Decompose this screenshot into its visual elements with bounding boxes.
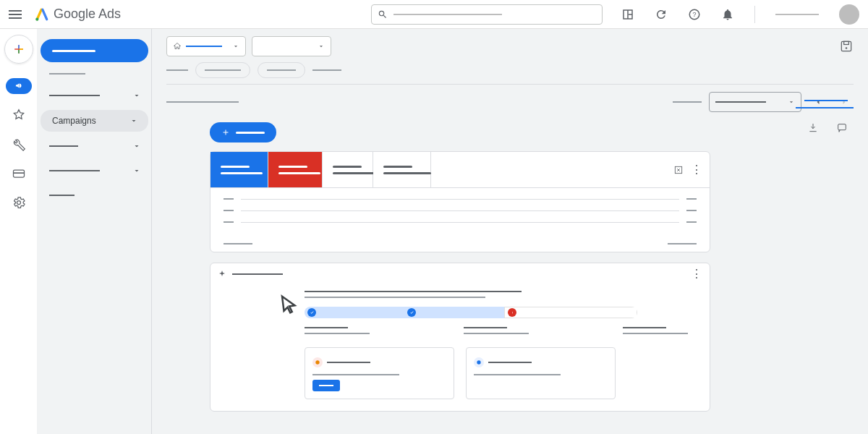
svg-rect-10 (844, 41, 849, 44)
info-icon (474, 357, 484, 367)
megaphone-icon (14, 81, 24, 91)
setup-progress (305, 307, 637, 318)
card-title (305, 291, 616, 292)
separator (754, 6, 755, 23)
goals-icon[interactable] (12, 109, 26, 123)
stat-tab-3[interactable] (323, 152, 373, 188)
stat-tab-actions: ⋮ (431, 152, 710, 188)
warning-icon (312, 357, 323, 367)
check-icon (307, 308, 316, 317)
date-range-selector[interactable] (709, 92, 801, 112)
avatar[interactable] (839, 4, 859, 25)
menu-icon[interactable] (9, 7, 23, 22)
sidenav-overview[interactable] (41, 39, 148, 62)
main: ⋮ ⋮ (152, 29, 868, 434)
tile-2[interactable] (466, 347, 616, 399)
campaign-selector[interactable] (252, 36, 331, 56)
header-actions: ? (621, 4, 859, 25)
feedback-icon[interactable] (836, 122, 848, 134)
account-label (775, 14, 819, 15)
create-button[interactable] (4, 35, 33, 64)
svg-rect-9 (841, 41, 851, 51)
more-icon[interactable]: ⋮ (691, 267, 702, 281)
tiles (305, 347, 616, 399)
refresh-icon[interactable] (655, 8, 668, 21)
admin-icon[interactable] (12, 195, 26, 210)
stat-tab-4[interactable] (373, 152, 431, 188)
stat-tab-2[interactable] (268, 152, 323, 188)
reports-icon[interactable] (621, 8, 634, 21)
cursor-illustration (278, 294, 300, 315)
svg-point-0 (35, 17, 38, 20)
ads-logo-icon (35, 7, 49, 22)
filter-trail (312, 69, 341, 71)
col-2 (464, 327, 529, 334)
sidenav-item-1[interactable] (38, 85, 151, 106)
tools-icon[interactable] (12, 137, 26, 152)
prev-period[interactable] (809, 93, 827, 111)
svg-point-11 (846, 47, 848, 49)
new-campaign-button[interactable] (210, 122, 276, 142)
home-icon (173, 42, 182, 51)
left-rail (0, 29, 38, 434)
svg-rect-12 (838, 124, 846, 130)
expand-icon[interactable] (673, 165, 684, 175)
view-tab[interactable] (804, 100, 848, 101)
title-row (166, 92, 854, 112)
sidenav-item-4[interactable] (38, 161, 151, 181)
save-icon[interactable] (839, 39, 854, 54)
side-nav: Campaigns (38, 29, 152, 434)
next-period[interactable] (835, 93, 854, 111)
search-input[interactable] (371, 4, 603, 25)
card-actions (807, 122, 848, 134)
filter-chip-2[interactable] (258, 62, 305, 78)
tile-action-button[interactable] (312, 380, 340, 391)
logo[interactable]: Google Ads (35, 7, 121, 22)
svg-text:?: ? (692, 11, 696, 18)
divider (166, 84, 854, 85)
scope-row (166, 36, 854, 56)
filter-row (166, 62, 854, 78)
progress-columns (305, 327, 616, 334)
tile-1[interactable] (305, 347, 454, 399)
card-header: ⋮ (210, 263, 710, 285)
chevron-down-icon (132, 142, 141, 150)
tab-indicator (796, 107, 854, 109)
download-icon[interactable] (807, 122, 819, 134)
sidenav-item-5[interactable] (38, 185, 151, 205)
rail-campaigns[interactable] (6, 78, 32, 94)
date-label (673, 101, 702, 103)
sidenav-item-3[interactable] (38, 136, 151, 156)
help-icon[interactable]: ? (688, 8, 701, 21)
col-1 (305, 327, 370, 334)
sidenav-item-campaigns[interactable]: Campaigns (41, 110, 148, 132)
campaigns-label: Campaigns (52, 116, 96, 126)
svg-point-8 (17, 201, 20, 205)
chevron-down-icon (318, 43, 325, 50)
chevron-right-icon (840, 98, 848, 106)
more-icon[interactable]: ⋮ (691, 163, 702, 176)
chevron-down-icon (129, 116, 138, 125)
stat-tab-1[interactable] (210, 152, 268, 188)
header: Google Ads ? (0, 0, 868, 29)
chart-x-axis (210, 243, 710, 252)
filter-label (166, 69, 188, 71)
setup-card: ⋮ (210, 263, 710, 412)
plus-icon (12, 42, 26, 56)
chevron-down-icon (232, 43, 239, 50)
card-subtitle (305, 297, 616, 298)
notifications-icon[interactable] (721, 8, 734, 21)
chevron-down-icon (788, 98, 795, 106)
col-3 (623, 327, 688, 334)
sidenav-sub (38, 67, 151, 81)
svg-rect-3 (629, 14, 632, 15)
account-selector[interactable] (166, 36, 246, 56)
filter-chip-1[interactable] (195, 62, 250, 78)
billing-icon[interactable] (12, 166, 26, 181)
error-icon (508, 308, 516, 317)
check-icon (407, 308, 416, 317)
sparkle-icon (218, 270, 226, 278)
logo-text: Google Ads (54, 7, 121, 22)
svg-point-15 (477, 360, 480, 364)
svg-point-14 (315, 360, 319, 364)
